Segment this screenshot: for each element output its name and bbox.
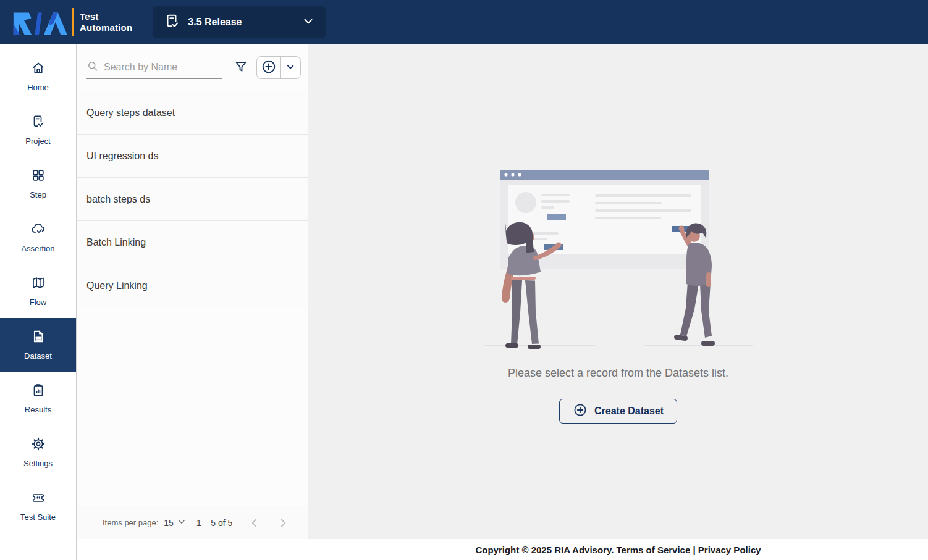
logo-divider (72, 8, 74, 36)
footer-separator: | (693, 545, 695, 555)
sidebar-item-label: Assertion (21, 244, 54, 253)
gear-icon (31, 437, 46, 453)
filter-funnel-icon (234, 59, 248, 77)
list-item[interactable]: UI regression ds (77, 135, 308, 178)
list-empty-space (77, 307, 308, 506)
cloud-check-icon (31, 222, 46, 238)
sidebar-item-project[interactable]: Project (0, 103, 76, 157)
ticket-icon (31, 490, 46, 507)
brand-line-1: Test (80, 11, 132, 22)
terms-of-service-link[interactable]: Terms of Service (617, 545, 691, 555)
release-label: 3.5 Release (188, 17, 302, 28)
footer: Copyright © 2025 RIA Advisory. Terms of … (77, 539, 928, 560)
sidebar: Home Project Step Assertion Flow Dataset… (0, 44, 77, 560)
search-icon (86, 60, 99, 75)
project-icon (31, 114, 46, 131)
topbar: Test Automation 3.5 Release (0, 0, 928, 44)
add-button[interactable] (257, 57, 280, 78)
page-range-label: 1 – 5 of 5 (196, 518, 232, 528)
dataset-document-icon (31, 329, 46, 346)
page-size-value: 15 (164, 518, 174, 528)
filter-button[interactable] (230, 57, 251, 78)
sidebar-item-flow[interactable]: Flow (0, 264, 76, 318)
brand-name: Test Automation (80, 11, 132, 33)
sidebar-item-test-suite[interactable]: Test Suite (0, 479, 76, 533)
page-size-select[interactable]: 15 (164, 517, 187, 529)
privacy-policy-link[interactable]: Privacy Policy (698, 545, 761, 555)
project-check-icon (164, 13, 180, 31)
brand-logo: Test Automation (11, 6, 132, 39)
paginator: Items per page: 15 1 – 5 of 5 (77, 506, 308, 539)
plus-circle-icon (261, 59, 277, 77)
dataset-rows: Query steps dataset UI regression ds bat… (77, 91, 308, 307)
detail-area: Please select a record from the Datasets… (308, 44, 928, 539)
sidebar-item-settings[interactable]: Settings (0, 425, 76, 479)
sidebar-item-step[interactable]: Step (0, 157, 76, 211)
sidebar-item-label: Step (30, 190, 46, 199)
home-icon (31, 61, 46, 77)
datasets-list-panel: Query steps dataset UI regression ds bat… (77, 44, 308, 539)
map-icon (31, 275, 46, 292)
ria-logo-icon (11, 6, 68, 39)
chevron-down-icon (285, 61, 296, 75)
sidebar-item-label: Test Suite (20, 512, 56, 522)
footer-text: Copyright © 2025 RIA Advisory. Terms of … (308, 545, 928, 555)
sidebar-item-dataset[interactable]: Dataset (0, 318, 76, 372)
chevron-down-icon (177, 517, 187, 529)
sidebar-item-assertion[interactable]: Assertion (0, 211, 76, 264)
sidebar-item-label: Results (25, 405, 51, 414)
create-dataset-button[interactable]: Create Dataset (559, 399, 677, 424)
sidebar-item-home[interactable]: Home (0, 49, 76, 103)
search-field[interactable] (86, 57, 222, 79)
items-per-page-label: Items per page: (103, 518, 158, 527)
empty-state-illustration (483, 167, 754, 349)
list-toolbar (77, 44, 308, 91)
empty-state: Please select a record from the Datasets… (483, 167, 754, 424)
empty-state-message: Please select a record from the Datasets… (508, 367, 728, 380)
list-item[interactable]: Query steps dataset (77, 91, 308, 135)
brand-line-2: Automation (80, 22, 132, 33)
list-item[interactable]: batch steps ds (77, 178, 308, 221)
page-nav (247, 516, 290, 530)
plus-circle-icon (573, 403, 588, 420)
add-split-button (256, 56, 301, 79)
search-input[interactable] (104, 62, 222, 73)
next-page-button[interactable] (276, 516, 290, 530)
clipboard-chart-icon (31, 383, 46, 399)
sidebar-item-label: Home (27, 83, 49, 92)
copyright-text: Copyright © 2025 RIA Advisory. (475, 545, 614, 555)
create-dataset-label: Create Dataset (594, 406, 664, 417)
sidebar-item-label: Dataset (24, 351, 52, 361)
sidebar-item-label: Flow (30, 298, 46, 307)
release-selector[interactable]: 3.5 Release (153, 6, 326, 38)
grid-icon (31, 168, 46, 185)
sidebar-item-results[interactable]: Results (0, 372, 76, 425)
add-menu-button[interactable] (280, 57, 300, 78)
list-item[interactable]: Batch Linking (77, 221, 308, 264)
sidebar-item-label: Project (25, 136, 50, 146)
chevron-down-icon (302, 14, 315, 30)
sidebar-item-label: Settings (23, 459, 53, 468)
list-item[interactable]: Query Linking (77, 264, 308, 307)
previous-page-button[interactable] (247, 516, 262, 530)
